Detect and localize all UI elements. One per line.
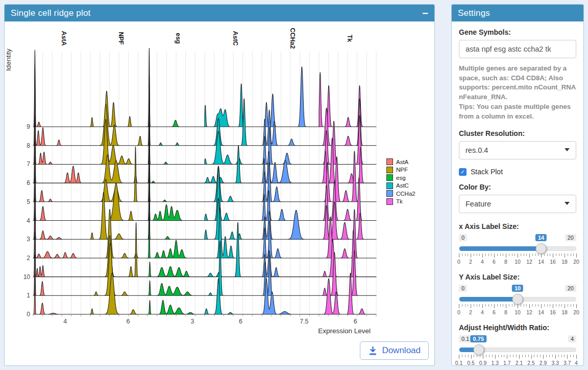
slider-scale-label: 2.5 <box>527 360 535 366</box>
collapse-icon[interactable]: − <box>422 8 428 18</box>
color-by-label: Color By: <box>459 183 576 191</box>
slider-scale-label: 4 <box>481 309 484 315</box>
slider-scale-label: 0.5 <box>467 360 475 366</box>
y-tick-label: 8 <box>27 142 30 149</box>
legend-item-Tk: Tk <box>386 198 415 205</box>
legend-label: NPF <box>396 167 408 173</box>
download-button[interactable]: Download <box>360 341 429 360</box>
slider-scale-label: 8 <box>504 259 507 265</box>
chevron-down-icon <box>565 202 570 205</box>
legend-key-esg <box>386 174 393 181</box>
x-tick-label: 6 <box>126 318 130 325</box>
slider-scale-label: 3.7 <box>564 360 571 366</box>
slider-scale-label: 10 <box>514 259 521 265</box>
legend-label: AstC <box>396 182 409 189</box>
stack-plot-checkbox[interactable]: ✓ <box>459 168 467 176</box>
slider-scale-label: 3.3 <box>551 360 559 366</box>
settings-panel: Settings Gene Symbols: Multiple genes ar… <box>451 4 584 366</box>
gene-symbols-label: Gene Symbols: <box>459 28 576 36</box>
legend-label: AstA <box>396 159 408 165</box>
slider-track[interactable] <box>459 246 576 251</box>
slider-scale-label: 12 <box>526 309 532 315</box>
download-button-label: Download <box>382 345 421 356</box>
slider-min: 0.1 <box>459 335 472 342</box>
stack-plot-label: Stack Plot <box>471 168 503 176</box>
slider-scale-label: 1.7 <box>503 360 511 366</box>
y-tick-label: 10 <box>23 273 31 281</box>
slider-scale-label: 2 <box>469 259 472 265</box>
chevron-down-icon <box>565 148 570 151</box>
y-tick-label: 6 <box>27 179 30 187</box>
x-tick-label: 6 <box>354 318 357 325</box>
cluster-resolution-select[interactable]: res.0.4 <box>459 141 576 159</box>
legend-key-NPF <box>386 167 393 173</box>
x-tick-label: 7.5 <box>300 318 308 325</box>
y-tick-label: 2 <box>27 255 30 262</box>
y-tick-label: 5 <box>27 198 30 205</box>
color-by-select[interactable]: Feature <box>459 195 576 213</box>
gene-symbols-input[interactable] <box>459 40 576 58</box>
slider-max: 4 <box>568 335 576 342</box>
legend-label: esg <box>396 175 406 181</box>
y-tick-label: 0 <box>27 311 30 318</box>
slider-track[interactable] <box>459 297 576 302</box>
slider-label-1: Y Axis Label Size: <box>459 273 576 281</box>
facet-label-CCHa2: CCHa2 <box>289 28 296 49</box>
slider-value-badge: 10 <box>512 285 523 292</box>
x-tick-label: 6 <box>239 318 242 325</box>
slider-block-1: Y Axis Label Size:0201002468101214161820 <box>459 273 576 317</box>
slider-scale-label: 0.9 <box>479 360 487 366</box>
slider-scale-label: 2 <box>469 309 472 315</box>
slider-handle[interactable] <box>474 344 484 355</box>
y-tick-label: 4 <box>27 217 30 224</box>
settings-panel-title: Settings <box>458 8 577 18</box>
slider-scale-label: 12 <box>526 259 532 265</box>
x-tick-label: 4 <box>63 318 67 325</box>
slider-scale-label: 2.1 <box>516 360 523 366</box>
slider-block-2: Adjust Height/Width Ratio:0.140.750.10.5… <box>459 323 576 368</box>
slider-max: 20 <box>565 234 576 241</box>
x-axis-title: Expression Level <box>318 327 371 335</box>
slider-scale-label: 1.3 <box>491 360 499 366</box>
slider-0[interactable]: 0201402468101214161820 <box>459 234 576 267</box>
slider-1[interactable]: 0201002468101214161820 <box>459 285 576 317</box>
slider-2[interactable]: 0.140.750.10.50.91.31.72.12.52.93.33.74 <box>459 335 576 368</box>
slider-scale-label: 14 <box>538 259 544 265</box>
slider-scale-label: 0 <box>457 259 460 265</box>
ridge-plot: AstANPFesgAstCCCHa2TkIdentity98765432101… <box>5 23 434 336</box>
slider-scale-label: 14 <box>538 309 544 315</box>
slider-track[interactable] <box>459 348 576 352</box>
slider-min: 0 <box>459 285 467 292</box>
slider-scale-label: 16 <box>550 259 556 265</box>
ridge-plot-panel-header: Single cell ridge plot − <box>5 5 434 21</box>
slider-scale-label: 4 <box>481 259 484 265</box>
slider-scale-label: 18 <box>561 309 568 315</box>
slider-handle[interactable] <box>512 294 523 305</box>
slider-scale-label: 2.9 <box>540 360 547 366</box>
slider-scale-label: 20 <box>573 259 579 265</box>
slider-max: 20 <box>565 285 576 292</box>
settings-panel-header: Settings <box>452 5 583 21</box>
y-axis-title: Identity <box>5 49 12 71</box>
slider-scale-label: 18 <box>561 259 568 265</box>
legend-item-AstA: AstA <box>386 158 415 165</box>
legend-item-CCHa2: CCHa2 <box>386 190 415 197</box>
slider-label-2: Adjust Height/Width Ratio: <box>459 323 576 332</box>
slider-scale-label: 4 <box>575 360 578 366</box>
slider-min: 0 <box>459 234 467 241</box>
slider-block-0: x Axis Label Size:0201402468101214161820 <box>459 222 576 267</box>
slider-scale-label: 20 <box>573 309 579 315</box>
slider-scale-label: 10 <box>514 309 521 315</box>
slider-scale-label: 6 <box>493 259 496 265</box>
facet-label-Tk: Tk <box>346 35 353 42</box>
slider-scale-label: 0 <box>457 309 460 315</box>
slider-handle[interactable] <box>535 243 546 254</box>
legend-item-AstC: AstC <box>386 182 415 189</box>
legend-key-AstC <box>386 182 393 189</box>
legend-key-CCHa2 <box>386 190 393 197</box>
slider-value-badge: 0.75 <box>471 335 486 342</box>
facet-label-NPF: NPF <box>117 32 125 45</box>
gene-symbols-help: Multiple genes are separated by a space,… <box>459 64 576 121</box>
y-tick-label: 7 <box>27 160 30 168</box>
y-tick-label: 3 <box>27 236 30 243</box>
